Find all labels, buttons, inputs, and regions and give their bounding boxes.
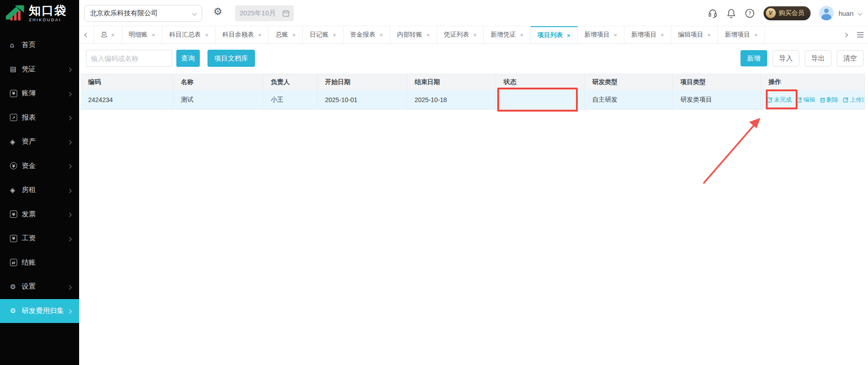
sidebar-item-home[interactable]: ⌂ 首页 [0, 33, 79, 57]
tab-item-active[interactable]: 项目列表× [531, 26, 578, 43]
app-logo: 知口袋 ZHIKOUDAI [0, 0, 79, 26]
cell-status [496, 90, 585, 109]
tab-close-icon[interactable]: × [614, 32, 618, 38]
tab-item[interactable]: 新增项目× [624, 26, 671, 43]
tab-item[interactable]: 凭证列表× [437, 26, 484, 43]
tab-item[interactable]: 总× [94, 26, 122, 43]
sidebar-item-voucher[interactable]: ▤ 凭证 [0, 57, 79, 82]
home-icon: ⌂ [10, 41, 22, 49]
tab-close-icon[interactable]: × [205, 32, 208, 38]
rd-gear-icon: ⚙ [10, 307, 22, 315]
company-settings-gear-icon[interactable]: ⚙ [213, 6, 222, 17]
col-header-status: 状态 [496, 74, 585, 90]
clear-button[interactable]: 清空 [837, 50, 863, 66]
col-header-rd-type: 研发类型 [585, 74, 673, 90]
tab-item[interactable]: 明细账× [122, 26, 163, 43]
tab-close-icon[interactable]: × [380, 32, 383, 38]
tab-item[interactable]: 科目汇总表× [162, 26, 216, 43]
tab-close-icon[interactable]: × [708, 32, 711, 38]
cell-end-date: 2025-10-18 [407, 90, 496, 109]
tabs-scroll-left-button[interactable] [79, 26, 94, 43]
logo-title: 知口袋 [29, 5, 67, 16]
closing-icon: ⇄ [10, 259, 22, 266]
tab-close-icon[interactable]: × [152, 32, 156, 38]
tab-close-icon[interactable]: × [520, 32, 524, 38]
sidebar-item-salary[interactable]: ¥ 工资 [0, 226, 79, 251]
tab-close-icon[interactable]: × [333, 32, 336, 38]
import-button[interactable]: 导入 [773, 50, 799, 66]
table-row[interactable]: 2424234 测试 小王 2025-10-01 2025-10-18 自主研发… [80, 90, 865, 110]
project-table: 编码 名称 负责人 开始日期 结束日期 状态 研发类型 项目类型 操作 2424… [80, 74, 865, 110]
sidebar-item-ledger[interactable]: ¥ 账簿 [0, 81, 79, 106]
report-icon: ↗ [10, 114, 22, 121]
add-button[interactable]: 新增 [741, 50, 767, 66]
query-button[interactable]: 查询 [176, 50, 200, 67]
chevron-right-icon [68, 162, 71, 170]
tab-close-icon[interactable]: × [660, 32, 664, 38]
sidebar-item-rd-expense[interactable]: ⚙ 研发费用归集 [0, 299, 79, 323]
sidebar-item-closing[interactable]: ⇄ 结账 [0, 251, 79, 275]
settings-gear-icon: ⚙ [10, 283, 22, 291]
sidebar-item-invoice[interactable]: ¥ 发票 [0, 202, 79, 227]
headset-support-icon[interactable] [708, 8, 718, 18]
op-delete-link[interactable]: 删除 [820, 96, 838, 104]
asset-cube-icon: ◈ [10, 138, 22, 146]
search-input[interactable] [86, 50, 172, 67]
tab-item[interactable]: 科目余额表× [216, 26, 269, 43]
vip-v-badge: V [766, 8, 776, 18]
chevron-right-icon [68, 138, 71, 146]
tab-item[interactable]: 编辑项目× [671, 26, 718, 43]
cell-start-date: 2025-10-01 [317, 90, 407, 109]
tab-close-icon[interactable]: × [473, 32, 477, 38]
toolbar: 查询 项目文档库 新增 导入 导出 清空 [79, 44, 868, 74]
annotation-arrow [696, 110, 773, 191]
chevron-right-icon [68, 65, 71, 73]
tab-close-icon[interactable]: × [111, 32, 115, 38]
tab-close-icon[interactable]: × [292, 32, 296, 38]
logo-subtitle: ZHIKOUDAI [29, 18, 67, 22]
sidebar: 知口袋 ZHIKOUDAI ⌂ 首页 ▤ 凭证 ¥ 账簿 ↗ 报表 [0, 0, 79, 365]
tab-close-icon[interactable]: × [426, 32, 430, 38]
tab-item[interactable]: 内部转账× [390, 26, 437, 43]
tab-close-icon[interactable]: × [754, 32, 758, 38]
chevron-right-icon [68, 234, 71, 243]
sidebar-item-funds[interactable]: ¥ 资金 [0, 154, 79, 178]
notifications-bell-icon[interactable] [726, 8, 736, 18]
sidebar-item-rent[interactable]: ◈ 房租 [0, 178, 79, 202]
invoice-icon: ¥ [10, 211, 22, 218]
tab-item[interactable]: 新增项目× [578, 26, 625, 43]
op-incomplete-link[interactable]: 未完成 [767, 96, 792, 104]
sidebar-item-report[interactable]: ↗ 报表 [0, 106, 79, 130]
tab-item[interactable]: 日记账× [303, 26, 344, 43]
cell-code: 2424234 [80, 90, 173, 109]
chevron-down-icon [193, 11, 197, 16]
tab-item[interactable]: 资金报表× [344, 26, 391, 43]
buy-vip-button[interactable]: V 购买会员 [764, 6, 811, 20]
tab-item[interactable]: 新增凭证× [484, 26, 531, 43]
sidebar-item-settings[interactable]: ⚙ 设置 [0, 275, 79, 299]
company-select[interactable]: 北京欢乐科技有限公司 [84, 5, 202, 22]
sidebar-item-asset[interactable]: ◈ 资产 [0, 130, 79, 154]
tabs-scroll-right-button[interactable] [838, 26, 853, 43]
sidebar-item-label: 工资 [22, 234, 36, 243]
trash-icon [820, 97, 825, 103]
tab-list-menu-icon[interactable] [853, 26, 868, 43]
col-header-actions: 操作 [761, 74, 865, 90]
op-edit-link[interactable]: 编辑 [797, 96, 815, 104]
op-uploaded-link[interactable]: 上传过 [843, 96, 865, 104]
topbar-right: ? V 购买会员 huan [708, 0, 862, 26]
tab-item[interactable]: 总账× [269, 26, 303, 43]
user-menu-chevron-icon[interactable] [858, 11, 863, 15]
user-avatar[interactable] [819, 6, 834, 20]
tab-close-icon[interactable]: × [567, 32, 571, 39]
username[interactable]: huan [839, 9, 854, 17]
tab-close-icon[interactable]: × [258, 32, 262, 38]
tab-bar: 总× 明细账× 科目汇总表× 科目余额表× 总账× 日记账× 资金报表× 内部转… [79, 26, 868, 44]
help-question-icon[interactable]: ? [745, 8, 755, 18]
tab-item[interactable]: 新增项目× [718, 26, 765, 43]
project-doc-library-button[interactable]: 项目文档库 [208, 50, 255, 67]
pencil-icon [797, 97, 802, 103]
zhikoudai-logo-icon [5, 4, 24, 23]
period-picker[interactable]: 2025年10月 [235, 5, 294, 21]
export-button[interactable]: 导出 [805, 50, 831, 66]
